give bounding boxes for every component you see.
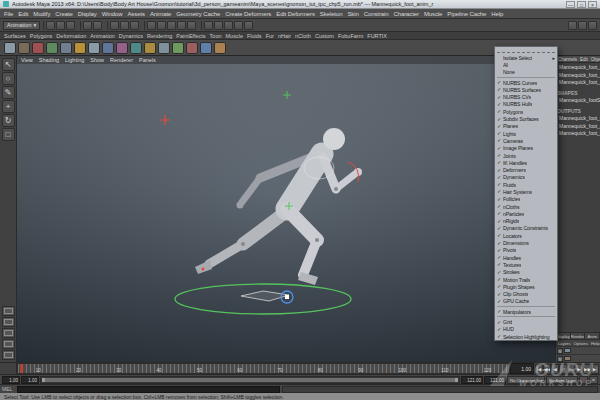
panel-menu-item[interactable]: Renderer [110, 57, 133, 63]
open-scene-icon[interactable] [56, 21, 65, 30]
persp-graph-layout-button[interactable] [2, 339, 15, 349]
layer-row[interactable]: V [556, 346, 600, 354]
single-pane-layout-button[interactable] [2, 306, 15, 316]
show-menu-item[interactable]: ✓Cameras [495, 137, 557, 144]
show-menu-item[interactable]: ✓Image Planes [495, 145, 557, 152]
show-menu-item[interactable]: None [495, 69, 557, 76]
step-forward-key-button[interactable]: ▶▶ [583, 364, 591, 374]
range-slider-bar[interactable] [42, 378, 458, 382]
play-backward-button[interactable]: ◁ [559, 364, 567, 374]
show-menu-item[interactable]: ✓Locators [495, 232, 557, 239]
shelf-tab[interactable]: nHair [278, 33, 291, 39]
channel-box-row[interactable]: SHAPES [556, 90, 600, 98]
layer-color-swatch[interactable] [564, 348, 571, 353]
shelf-item-7[interactable] [88, 42, 100, 54]
channel-box-menu-item[interactable]: Object [591, 57, 600, 62]
show-menu-item[interactable]: ✓Dynamic Constraints [495, 225, 557, 232]
channel-box-menu-item[interactable]: Edit [580, 57, 588, 62]
undo-icon[interactable] [83, 21, 92, 30]
show-menu-item[interactable]: ✓IK Handles [495, 159, 557, 166]
step-back-frame-button[interactable]: ◀ [551, 364, 559, 374]
auto-keyframe-toggle-icon[interactable] [579, 376, 588, 384]
shelf-tab[interactable]: Polygons [30, 33, 53, 39]
shelf-item-4[interactable] [46, 42, 58, 54]
panel-menu-item[interactable]: Show [90, 57, 104, 63]
shelf-tab[interactable]: Muscle [226, 33, 243, 39]
command-line-language-toggle[interactable]: MEL [2, 386, 15, 392]
menu-item[interactable]: Help [491, 11, 503, 17]
shelf-item-15[interactable] [200, 42, 212, 54]
anim-layer-dropdown[interactable]: No Anim Layer [546, 376, 578, 384]
paint-select-tool[interactable]: ✎ [2, 86, 15, 99]
show-menu-item[interactable]: ✓NURBS CVs [495, 93, 557, 100]
shelf-item-12[interactable] [158, 42, 170, 54]
shelf-item-13[interactable] [172, 42, 184, 54]
menu-item[interactable]: Create [55, 11, 72, 17]
shelf-tab[interactable]: nCloth [295, 33, 311, 39]
show-menu-item[interactable]: ✓Deformers [495, 166, 557, 173]
show-menu-item[interactable]: ✓Dimensions [495, 239, 557, 246]
panel-menu-item[interactable]: Shading [39, 57, 59, 63]
shelf-tab[interactable]: Deformation [56, 33, 86, 39]
shelf-item-8[interactable] [102, 42, 114, 54]
panel-menu-item[interactable]: Lighting [65, 57, 84, 63]
show-menu-item[interactable]: ✓Joints [495, 152, 557, 159]
menu-item[interactable]: Constrain [364, 11, 389, 17]
shelf-tab[interactable]: Dynamics [119, 33, 143, 39]
select-by-component-icon[interactable] [130, 21, 139, 30]
snap-to-plane-icon[interactable] [177, 21, 186, 30]
close-button[interactable]: × [588, 1, 597, 8]
channel-box-row[interactable]: Mannequick_foot_ani [556, 123, 600, 131]
channel-box-row[interactable]: Mannequick_foot_ani [556, 79, 600, 87]
menu-item[interactable]: Edit Deformers [276, 11, 315, 17]
shelf-tab[interactable]: Custom [315, 33, 334, 39]
show-menu-item[interactable]: ✓Plugin Shapes [495, 283, 557, 290]
menu-item[interactable]: Animate [150, 11, 171, 17]
select-by-hierarchy-icon[interactable] [110, 21, 119, 30]
make-live-icon[interactable] [187, 21, 196, 30]
show-menu-item[interactable]: ✓nParticles [495, 210, 557, 217]
show-menu-item[interactable]: ✓Dynamics [495, 174, 557, 181]
layer-visibility-toggle[interactable]: V [557, 348, 563, 354]
shelf-item-11[interactable] [144, 42, 156, 54]
show-menu-item[interactable]: ✓Hair Systems [495, 188, 557, 195]
channel-box-row[interactable]: Mannequick_foot_ani [556, 115, 600, 123]
viewport-3d[interactable]: ViewShadingLightingShowRendererPanels [17, 56, 555, 362]
shelf-tab[interactable]: FURTIX [367, 33, 387, 39]
scale-tool[interactable]: □ [2, 128, 15, 141]
step-back-key-button[interactable]: ◀◀ [543, 364, 551, 374]
show-menu-item[interactable]: ✓Polygons [495, 108, 557, 115]
show-menu-item[interactable]: ✓NURBS Surfaces [495, 86, 557, 93]
menu-item[interactable]: Modify [33, 11, 50, 17]
show-menu-item[interactable]: ✓Subdiv Surfaces [495, 115, 557, 122]
menu-item[interactable]: Geometry Cache [176, 11, 220, 17]
show-menu-item[interactable]: ✓Fluids [495, 181, 557, 188]
menu-item[interactable]: Assets [127, 11, 144, 17]
show-menu-item[interactable]: ✓Strokes [495, 269, 557, 276]
redo-icon[interactable] [93, 21, 102, 30]
layer-color-swatch[interactable] [564, 356, 571, 361]
menu-item[interactable]: File [4, 11, 13, 17]
animation-preferences-icon[interactable] [589, 376, 598, 384]
animation-start-field[interactable]: 1.00 [2, 376, 20, 384]
show-menu-item[interactable]: ✓Follicles [495, 196, 557, 203]
channel-box-row[interactable]: Mannequick_foot_ani [556, 64, 600, 72]
shelf-item-10[interactable] [130, 42, 142, 54]
construction-history-icon[interactable] [204, 21, 213, 30]
playback-end-field[interactable]: 121.00 [461, 376, 483, 384]
show-menu-item[interactable]: ✓GPU Cache [495, 298, 557, 305]
show-menu-item[interactable]: ✓Planes [495, 123, 557, 130]
layer-row[interactable]: V [556, 354, 600, 362]
menu-item[interactable]: Skin [347, 11, 358, 17]
menu-tearoff-handle[interactable] [497, 48, 555, 53]
menu-set-dropdown[interactable]: Animation ▾ [3, 21, 40, 30]
character-rig-canvas[interactable] [17, 56, 555, 362]
show-attribute-editor-icon[interactable] [568, 21, 577, 30]
playback-start-field[interactable]: 1.00 [21, 376, 39, 384]
menu-item[interactable]: Window [102, 11, 123, 17]
play-forward-button[interactable]: ▷ [567, 364, 575, 374]
select-tool[interactable]: ↖ [2, 58, 15, 71]
hypershade-layout-button[interactable] [2, 350, 15, 360]
shelf-item-2[interactable] [18, 42, 30, 54]
show-menu-item[interactable]: Isolate Select▸ [495, 54, 557, 61]
